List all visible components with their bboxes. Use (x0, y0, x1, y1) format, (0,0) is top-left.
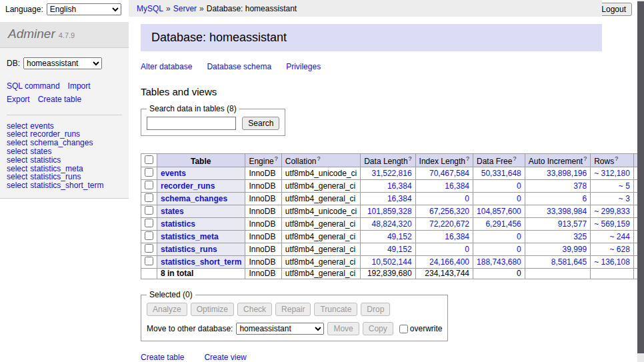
auto-increment-link[interactable]: 39,999 (562, 245, 587, 254)
select-all-cell (141, 154, 157, 167)
auto-increment-link[interactable]: 6 (582, 194, 587, 203)
search-input[interactable] (147, 117, 236, 130)
select-link[interactable]: select (7, 155, 27, 165)
auto-increment-link[interactable]: 913,577 (558, 219, 587, 229)
language-select[interactable]: English (47, 3, 121, 15)
data-free-link[interactable]: 188,743,680 (477, 257, 521, 267)
data-free-link[interactable]: 50,331,648 (481, 169, 521, 178)
sidebar-link-export[interactable]: Export (7, 95, 30, 104)
row-checkbox[interactable] (145, 257, 153, 265)
db-selector-row: DB: homeassistant (7, 57, 122, 69)
data-length-link[interactable]: 101,859,328 (367, 207, 412, 216)
data-length-link[interactable]: 48,824,320 (372, 219, 412, 229)
breadcrumb-server[interactable]: Server (173, 4, 197, 13)
data-free-link[interactable]: 0 (517, 232, 521, 241)
data-free-link[interactable]: 104,857,600 (477, 207, 521, 216)
help-icon[interactable]: ? (583, 155, 587, 162)
select-all-checkbox[interactable] (145, 155, 153, 164)
data-free-link[interactable]: 6,291,456 (485, 219, 521, 229)
col-header-engine: Engine? (245, 154, 281, 167)
tables-table: Table Engine? Collation? Data Length? In… (141, 153, 637, 279)
data-length-link[interactable]: 10,502,144 (372, 257, 412, 267)
help-icon[interactable]: ? (317, 155, 320, 162)
data-free-link[interactable]: 0 (517, 181, 521, 191)
help-icon[interactable]: ? (513, 155, 516, 162)
select-link[interactable]: select (7, 147, 27, 156)
table-name-link[interactable]: statistics_runs (161, 245, 217, 254)
table-name-link[interactable]: states (161, 207, 184, 216)
index-length-link[interactable]: 0 (465, 194, 469, 203)
table-name-link[interactable]: statistics_short_term (161, 257, 241, 267)
privileges-link[interactable]: Privileges (286, 62, 321, 71)
table-name-link[interactable]: statistics (161, 219, 195, 229)
database-schema-link[interactable]: Database schema (207, 62, 271, 71)
select-link[interactable]: select (7, 181, 27, 190)
auto-increment-link[interactable]: 33,398,984 (547, 207, 587, 216)
help-icon[interactable]: ? (409, 155, 412, 162)
rows-count-link[interactable]: ~ 244 (610, 232, 630, 241)
auto-increment-link[interactable]: 33,898,196 (547, 169, 587, 178)
table-link-statistics-short-term[interactable]: statistics_short_term (30, 181, 103, 190)
row-checkbox[interactable] (145, 193, 153, 202)
index-length-link[interactable]: 67,256,320 (429, 207, 469, 216)
index-length-link[interactable]: 16,384 (445, 232, 469, 241)
rows-count-link[interactable]: ~ 5 (619, 181, 630, 191)
table-row: statistics_runs InnoDB utf8mb4_general_c… (141, 243, 638, 256)
data-free-link[interactable]: 0 (517, 194, 521, 203)
index-length-link[interactable]: 16,384 (445, 181, 469, 191)
rows-count-link[interactable]: ~ 312,180 (594, 169, 630, 178)
sidebar-link-sql-command[interactable]: SQL command (7, 81, 60, 91)
index-length-link[interactable]: 24,166,400 (429, 257, 469, 267)
sidebar-link-import[interactable]: Import (68, 81, 91, 91)
table-name-link[interactable]: events (161, 169, 186, 178)
index-length-link[interactable]: 0 (465, 245, 469, 254)
db-select[interactable]: homeassistant (23, 57, 102, 69)
row-checkbox[interactable] (145, 231, 153, 240)
index-length-link[interactable]: 72,220,672 (429, 219, 469, 229)
create-view-link[interactable]: Create view (204, 353, 246, 362)
overwrite-checkbox[interactable] (399, 325, 408, 333)
row-checkbox[interactable] (145, 206, 153, 215)
table-name-link[interactable]: schema_changes (161, 194, 227, 203)
data-free-link[interactable]: 0 (517, 245, 521, 254)
move-database-select[interactable]: homeassistant (236, 323, 324, 335)
row-checkbox[interactable] (145, 219, 153, 227)
sidebar-link-create-table[interactable]: Create table (38, 95, 81, 104)
table-row: statistics_meta InnoDB utf8mb4_general_c… (141, 231, 638, 243)
table-link-statistics[interactable]: statistics (30, 155, 61, 165)
help-icon[interactable]: ? (275, 155, 278, 162)
rows-count-link[interactable]: ~ 3 (619, 194, 630, 203)
col-header-data-length: Data Length? (361, 154, 415, 167)
rows-count-link[interactable]: ~ 628 (610, 245, 630, 254)
scrollbar-thumb[interactable] (637, 1, 644, 353)
data-length-link[interactable]: 49,152 (387, 232, 412, 241)
row-checkbox[interactable] (145, 244, 153, 253)
help-icon[interactable]: ? (466, 155, 469, 162)
search-button[interactable]: Search (242, 117, 279, 130)
rows-count-link[interactable]: ~ 299,833 (594, 207, 630, 216)
auto-increment-link[interactable]: 8,581,645 (551, 257, 587, 267)
data-length-link[interactable]: 31,522,816 (372, 169, 412, 178)
table-name-link[interactable]: statistics_meta (161, 232, 219, 241)
data-length-link[interactable]: 16,384 (387, 181, 412, 191)
move-row: Move to other database: homeassistant Mo… (147, 322, 442, 335)
breadcrumb-mysql[interactable]: MySQL (137, 4, 163, 13)
rows-count-link[interactable]: ~ 136,108 (594, 257, 630, 267)
language-row: Language: English (5, 3, 121, 15)
total-label: 8 in total (157, 269, 245, 279)
row-checkbox[interactable] (145, 181, 153, 189)
alter-database-link[interactable]: Alter database (141, 62, 192, 71)
auto-increment-link[interactable]: 325 (573, 232, 587, 241)
index-length-link[interactable]: 70,467,584 (429, 169, 469, 178)
create-table-link[interactable]: Create table (141, 353, 184, 362)
table-header-row: Table Engine? Collation? Data Length? In… (141, 154, 638, 167)
data-length-link[interactable]: 49,152 (387, 245, 412, 254)
rows-count-link[interactable]: ~ 569,159 (594, 219, 630, 229)
row-checkbox[interactable] (145, 168, 153, 177)
auto-increment-link[interactable]: 378 (573, 181, 587, 191)
table-link-states[interactable]: states (30, 147, 51, 156)
engine-cell: InnoDB (245, 180, 281, 193)
table-name-link[interactable]: recorder_runs (161, 181, 215, 191)
data-length-link[interactable]: 16,384 (387, 194, 412, 203)
help-icon[interactable]: ? (615, 155, 618, 162)
